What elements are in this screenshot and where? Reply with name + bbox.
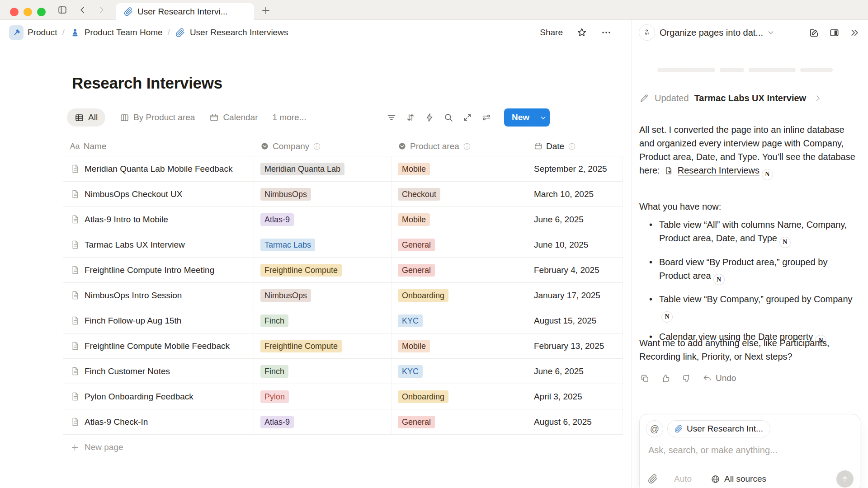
updated-page-row[interactable]: Updated Tarmac Labs UX Interview [639,93,861,103]
name-cell[interactable]: Atlas-9 Intro to Mobile [63,214,254,225]
view-tab-all[interactable]: All [67,108,105,127]
breadcrumb-item-team-home[interactable]: Product Team Home [70,27,163,38]
name-cell[interactable]: Finch Customer Notes [63,366,254,376]
share-button[interactable]: Share [540,28,563,38]
table-row[interactable]: Freightline Compute Intro MeetingFreight… [63,258,623,283]
name-cell[interactable]: NimbusOps Intro Session [63,290,254,300]
column-header-date[interactable]: Date [526,136,623,156]
product-area-cell[interactable]: General [391,258,526,282]
view-tab-calendar[interactable]: Calendar [209,108,258,127]
ai-prompt-input[interactable]: Ask, search, or make anything... [648,445,854,455]
name-cell[interactable]: Tarmac Labs UX Interview [63,239,254,250]
company-cell[interactable]: Finch [254,308,391,333]
table-row[interactable]: Finch Follow-up Aug 15thFinchKYCAugust 1… [63,308,623,333]
table-row[interactable]: Pylon Onboarding FeedbackPylonOnboarding… [63,384,623,409]
product-area-cell[interactable]: KYC [391,359,526,384]
new-tab-button[interactable] [260,5,271,16]
new-record-button[interactable]: New [504,108,550,127]
company-cell[interactable]: Finch [254,359,391,384]
table-row[interactable]: Tarmac Labs UX InterviewTarmac LabsGener… [63,232,623,258]
date-cell[interactable]: August 6, 2025 [526,409,623,434]
company-cell[interactable]: Freightline Compute [254,258,391,282]
table-row[interactable]: Atlas-9 Intro to MobileAtlas-9MobileJune… [63,207,623,232]
notion-page-badge-icon[interactable]: N [661,311,673,323]
name-cell[interactable]: NimbusOps Checkout UX [63,189,254,199]
minimize-window-button[interactable] [24,8,32,16]
product-area-cell[interactable]: Onboarding [391,384,526,409]
company-cell[interactable]: Freightline Compute [254,333,391,358]
ai-thread-title[interactable]: Organize pages into dat... [660,28,763,38]
company-cell[interactable]: NimbusOps [254,283,391,308]
notion-page-badge-icon[interactable]: N [762,169,773,180]
name-cell[interactable]: Meridian Quanta Lab Mobile Feedback [63,164,254,174]
copy-icon[interactable] [640,374,650,383]
view-tab-by-product-area[interactable]: By Product area [120,108,195,127]
sort-icon[interactable] [406,113,415,122]
globe-icon[interactable] [711,474,720,484]
name-cell[interactable]: Freightline Compute Intro Meeting [63,265,254,275]
mention-button[interactable]: @ [646,420,663,437]
collapse-panel-double-chevron-icon[interactable] [849,28,860,38]
context-chip[interactable]: User Research Int... [667,420,770,437]
company-cell[interactable]: NimbusOps [254,182,391,206]
product-area-cell[interactable]: General [391,232,526,257]
back-icon[interactable] [78,5,88,15]
company-cell[interactable]: Atlas-9 [254,409,391,434]
research-interviews-link[interactable]: Research Interviews [678,165,760,176]
table-row[interactable]: Atlas-9 Check-InAtlas-9GeneralAugust 6, … [63,409,623,435]
column-header-product-area[interactable]: Product area [391,136,526,156]
sidebar-toggle-icon[interactable] [57,5,67,15]
column-header-company[interactable]: Company [254,136,391,156]
breadcrumb-item-product[interactable]: Product [9,25,57,40]
all-sources-button[interactable]: All sources [724,474,766,484]
new-chat-compose-icon[interactable] [809,28,819,38]
name-cell[interactable]: Freightline Compute Mobile Feedback [63,341,254,351]
company-cell[interactable]: Tarmac Labs [254,232,391,257]
new-page-button[interactable]: New page [63,435,623,460]
date-cell[interactable]: March 10, 2025 [526,182,623,206]
table-row[interactable]: Freightline Compute Mobile FeedbackFreig… [63,333,623,359]
expand-icon[interactable] [462,113,472,122]
date-cell[interactable]: June 6, 2025 [526,359,623,384]
browser-tab[interactable]: User Research Intervi... [116,3,254,20]
attach-file-icon[interactable] [648,474,658,484]
notion-page-badge-icon[interactable]: N [713,274,725,285]
date-cell[interactable]: April 3, 2025 [526,384,623,409]
date-cell[interactable]: August 15, 2025 [526,308,623,333]
date-cell[interactable]: February 4, 2025 [526,258,623,282]
column-header-name[interactable]: Aa Name [63,141,254,151]
name-cell[interactable]: Finch Follow-up Aug 15th [63,315,254,326]
automation-lightning-icon[interactable] [425,113,434,122]
product-area-cell[interactable]: Mobile [391,333,526,358]
table-row[interactable]: Meridian Quanta Lab Mobile FeedbackMerid… [63,156,623,182]
date-cell[interactable]: February 13, 2025 [526,333,623,358]
name-cell[interactable]: Atlas-9 Check-In [63,417,254,427]
view-settings-icon[interactable] [481,113,491,122]
search-icon[interactable] [443,113,453,122]
product-area-cell[interactable]: Mobile [391,207,526,232]
company-cell[interactable]: Pylon [254,384,391,409]
table-row[interactable]: NimbusOps Checkout UXNimbusOpsCheckoutMa… [63,182,623,207]
more-views-button[interactable]: 1 more... [272,113,306,122]
product-area-cell[interactable]: Onboarding [391,283,526,308]
company-cell[interactable]: Meridian Quanta Lab [254,156,391,181]
breadcrumb-item-current-page[interactable]: User Research Interviews [175,27,288,38]
close-window-button[interactable] [10,8,19,16]
more-options-icon[interactable] [601,27,612,38]
favorite-star-icon[interactable] [576,27,587,38]
notion-page-badge-icon[interactable]: N [779,237,791,248]
table-row[interactable]: NimbusOps Intro SessionNimbusOpsOnboardi… [63,283,623,308]
date-cell[interactable]: January 17, 2025 [526,283,623,308]
thumbs-down-icon[interactable] [682,374,691,383]
product-area-cell[interactable]: Mobile [391,156,526,181]
forward-icon[interactable] [96,5,106,15]
panel-layout-icon[interactable] [829,28,840,38]
thumbs-up-icon[interactable] [661,374,670,383]
product-area-cell[interactable]: KYC [391,308,526,333]
product-area-cell[interactable]: General [391,409,526,434]
date-cell[interactable]: June 6, 2025 [526,207,623,232]
auto-mode-button[interactable]: Auto [674,474,692,484]
undo-button[interactable]: Undo [703,373,736,383]
company-cell[interactable]: Atlas-9 [254,207,391,232]
table-row[interactable]: Finch Customer NotesFinchKYCJune 6, 2025 [63,359,623,384]
